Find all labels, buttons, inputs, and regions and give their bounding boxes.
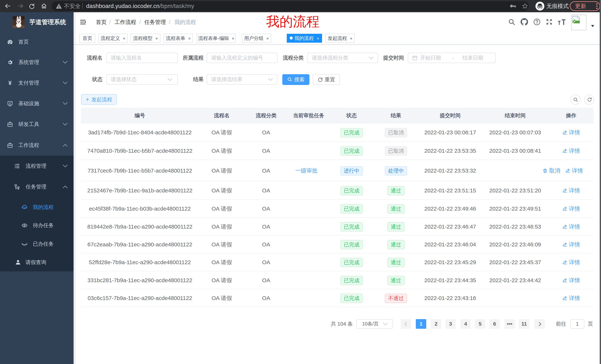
svg-text:¥: ¥ — [8, 80, 12, 86]
